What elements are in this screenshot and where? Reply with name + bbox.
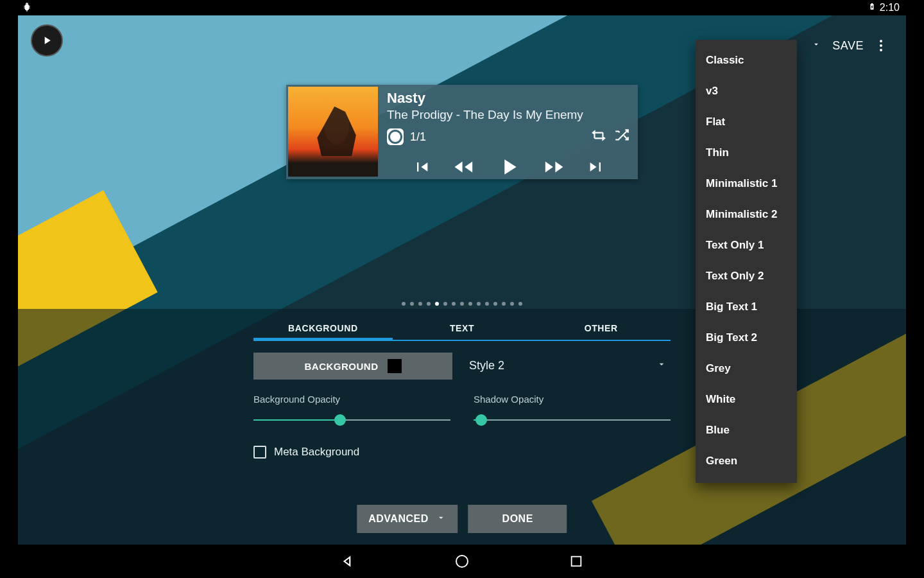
page-dot[interactable] <box>510 302 514 306</box>
page-dot[interactable] <box>452 302 456 306</box>
preset-grey[interactable]: Grey <box>696 353 797 384</box>
meta-bg-checkbox[interactable] <box>253 446 266 459</box>
preset-thin[interactable]: Thin <box>696 137 797 168</box>
overflow-menu-icon[interactable] <box>875 40 887 51</box>
save-button[interactable]: SAVE <box>832 39 864 53</box>
page-dot[interactable] <box>493 302 497 306</box>
style-select[interactable]: Style 2 <box>464 353 671 380</box>
svg-rect-1 <box>572 557 581 566</box>
preset-white[interactable]: White <box>696 384 797 415</box>
chevron-down-icon <box>656 359 667 372</box>
rewind-button[interactable] <box>452 156 474 180</box>
advanced-button[interactable]: ADVANCED <box>357 505 458 533</box>
preset-green[interactable]: Green <box>696 446 797 477</box>
page-dot[interactable] <box>468 302 472 306</box>
page-dot[interactable] <box>443 302 447 306</box>
nav-recents-icon[interactable] <box>567 552 585 570</box>
background-color-swatch <box>388 359 402 373</box>
config-tabs: BACKGROUNDTEXTOTHER <box>253 315 671 341</box>
disc-icon[interactable] <box>387 128 404 145</box>
nav-home-icon[interactable] <box>453 552 471 570</box>
page-dot[interactable] <box>418 302 422 306</box>
page-dot[interactable] <box>485 302 489 306</box>
preset-text-only-2[interactable]: Text Only 2 <box>696 261 797 292</box>
status-bar: 2:10 <box>18 0 906 15</box>
tab-text[interactable]: TEXT <box>393 323 532 340</box>
page-dot[interactable] <box>502 302 506 306</box>
debug-icon <box>22 1 32 15</box>
page-dot[interactable] <box>410 302 414 306</box>
skip-prev-button[interactable] <box>413 158 431 179</box>
shuffle-icon[interactable] <box>613 127 630 146</box>
preset-classic[interactable]: Classic <box>696 45 797 76</box>
page-indicator <box>402 302 522 306</box>
android-nav-bar <box>18 545 906 578</box>
shadow-opacity-slider[interactable] <box>474 414 671 426</box>
page-dot[interactable] <box>518 302 522 306</box>
skip-next-button[interactable] <box>587 158 605 179</box>
track-title: Nasty <box>387 90 630 107</box>
advanced-label: ADVANCED <box>368 513 428 525</box>
done-button[interactable]: DONE <box>468 505 567 533</box>
background-color-button[interactable]: BACKGROUND <box>253 353 452 380</box>
shadow-opacity-label: Shadow Opacity <box>474 394 671 405</box>
tab-background[interactable]: BACKGROUND <box>253 323 393 340</box>
bg-opacity-slider[interactable] <box>253 414 450 426</box>
preset-big-text-1[interactable]: Big Text 1 <box>696 292 797 322</box>
track-counter: 1/1 <box>410 130 426 144</box>
svg-point-0 <box>456 556 468 567</box>
chevron-down-icon <box>436 512 447 525</box>
preset-big-text-2[interactable]: Big Text 2 <box>696 322 797 353</box>
page-dot[interactable] <box>435 302 439 306</box>
style-selected-label: Style 2 <box>469 359 504 372</box>
preset-menu: Classicv3FlatThinMinimalistic 1Minimalis… <box>696 40 797 483</box>
meta-bg-label: Meta Background <box>274 446 359 459</box>
page-dot[interactable] <box>477 302 481 306</box>
page-dot[interactable] <box>460 302 464 306</box>
play-button[interactable] <box>496 154 522 182</box>
bg-opacity-label: Background Opacity <box>253 394 450 405</box>
preset-minimalistic-1[interactable]: Minimalistic 1 <box>696 168 797 199</box>
forward-button[interactable] <box>543 156 565 180</box>
page-dot[interactable] <box>427 302 431 306</box>
track-subtitle: The Prodigy - The Day Is My Enemy <box>387 108 630 122</box>
preset-minimalistic-2[interactable]: Minimalistic 2 <box>696 199 797 230</box>
play-fab-button[interactable] <box>31 24 63 57</box>
page-dot[interactable] <box>402 302 406 306</box>
preset-blue[interactable]: Blue <box>696 415 797 446</box>
preset-text-only-1[interactable]: Text Only 1 <box>696 230 797 261</box>
tab-other[interactable]: OTHER <box>531 323 671 340</box>
nav-back-icon[interactable] <box>339 552 357 570</box>
background-color-label: BACKGROUND <box>305 361 379 372</box>
done-label: DONE <box>502 513 533 525</box>
widget-preview: Nasty The Prodigy - The Day Is My Enemy … <box>286 85 638 179</box>
repeat-icon[interactable] <box>590 127 607 146</box>
status-time: 2:10 <box>880 2 900 13</box>
battery-charging-icon <box>868 1 876 15</box>
preset-dropdown-caret-icon[interactable] <box>812 40 821 51</box>
album-art[interactable] <box>288 87 378 177</box>
preset-v3[interactable]: v3 <box>696 76 797 107</box>
preset-flat[interactable]: Flat <box>696 107 797 137</box>
